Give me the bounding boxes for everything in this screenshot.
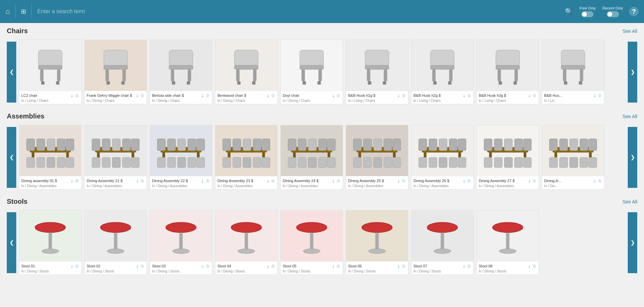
download-icon[interactable]: ↓ xyxy=(71,93,73,98)
download-icon[interactable]: ↓ xyxy=(267,263,269,269)
carousel-left-chairs[interactable]: ❮ xyxy=(7,42,16,103)
favorite-icon[interactable]: ☆ xyxy=(75,263,79,269)
list-item[interactable]: Stool 07 ↓ ☆ In / Dining / Stools xyxy=(411,210,474,275)
see-all-chairs[interactable]: See All xyxy=(622,28,637,34)
list-item[interactable]: Dining assembly 01 $ ↓ ☆ In / Dining / A… xyxy=(19,125,82,190)
list-item[interactable]: Stool 05 ↓ ☆ In / Dining / Stools xyxy=(280,210,343,275)
list-item[interactable]: Dining A... ↓ ☆ In / Din... xyxy=(542,125,604,190)
download-icon[interactable]: ↓ xyxy=(201,93,204,98)
list-item[interactable]: B&B Hus... ↓ ☆ In / Liv... xyxy=(542,40,604,104)
grid-icon[interactable]: ⊞ xyxy=(21,8,26,15)
favorite-icon[interactable]: ☆ xyxy=(336,178,341,183)
favorite-icon[interactable]: ☆ xyxy=(598,178,602,183)
download-icon[interactable]: ↓ xyxy=(71,263,73,269)
list-item[interactable]: Stool 02 ↓ ☆ In / Dining / Stools xyxy=(84,210,147,275)
download-icon[interactable]: ↓ xyxy=(267,93,269,98)
favorite-icon[interactable]: ☆ xyxy=(140,93,145,98)
download-icon[interactable]: ↓ xyxy=(528,263,531,269)
list-item[interactable]: Doyl chair ↓ ☆ In / Dining / Chairs xyxy=(280,40,343,104)
favorite-icon[interactable]: ☆ xyxy=(271,178,275,183)
carousel-left-assemblies[interactable]: ❮ xyxy=(7,127,16,188)
favorite-icon[interactable]: ☆ xyxy=(402,263,406,269)
download-icon[interactable]: ↓ xyxy=(594,93,596,98)
download-icon[interactable]: ↓ xyxy=(594,178,596,183)
favorite-icon[interactable]: ☆ xyxy=(532,93,537,98)
recent-only-toggle[interactable] xyxy=(607,11,619,17)
favorite-icon[interactable]: ☆ xyxy=(467,263,471,269)
free-only-toggle[interactable] xyxy=(581,11,594,17)
download-icon[interactable]: ↓ xyxy=(201,263,204,269)
download-icon[interactable]: ↓ xyxy=(136,93,138,98)
favorite-icon[interactable]: ☆ xyxy=(336,93,341,98)
download-icon[interactable]: ↓ xyxy=(136,178,138,183)
favorite-icon[interactable]: ☆ xyxy=(75,178,79,183)
home-icon[interactable]: ⌂ xyxy=(5,7,10,16)
list-item[interactable]: Stool 04 ↓ ☆ In / Dining / Stools xyxy=(215,210,278,275)
favorite-icon[interactable]: ☆ xyxy=(532,263,537,269)
favorite-icon[interactable]: ☆ xyxy=(402,178,406,183)
list-item[interactable]: Dining Assembly 26 $ ↓ ☆ In / Dining / A… xyxy=(411,125,474,190)
list-item[interactable]: Frank Gehry Wiggle chair $ ↓ ☆ In / Dini… xyxy=(84,40,147,104)
favorite-icon[interactable]: ☆ xyxy=(140,178,145,183)
favorite-icon[interactable]: ☆ xyxy=(206,178,210,183)
favorite-icon[interactable]: ☆ xyxy=(336,263,341,269)
list-item[interactable]: Stool 03 ↓ ☆ In / Dining / Stools xyxy=(150,210,212,275)
favorite-icon[interactable]: ☆ xyxy=(467,178,471,183)
help-icon[interactable]: ? xyxy=(629,7,639,16)
download-icon[interactable]: ↓ xyxy=(332,263,335,269)
list-item[interactable]: Stool 06 ↓ ☆ In / Dining / Stools xyxy=(346,210,408,275)
list-item[interactable]: Dining Assembly 24 $ ↓ ☆ In / Dining / A… xyxy=(280,125,343,190)
download-icon[interactable]: ↓ xyxy=(201,178,204,183)
download-icon[interactable]: ↓ xyxy=(267,178,269,183)
favorite-icon[interactable]: ☆ xyxy=(206,93,210,98)
search-icon[interactable]: 🔍 xyxy=(565,7,573,16)
svg-rect-112 xyxy=(319,139,327,151)
favorite-icon[interactable]: ☆ xyxy=(271,263,275,269)
favorite-icon[interactable]: ☆ xyxy=(75,93,79,98)
list-item[interactable]: Stool 01 ↓ ☆ In / Dining / Stools xyxy=(19,210,82,275)
download-icon[interactable]: ↓ xyxy=(463,263,465,269)
list-item[interactable]: B&B Husk h2g $ ↓ ☆ In / Living / Chairs xyxy=(411,40,474,104)
carousel-right-assemblies[interactable]: ❯ xyxy=(628,127,637,188)
download-icon[interactable]: ↓ xyxy=(332,93,335,98)
download-icon[interactable]: ↓ xyxy=(398,263,400,269)
search-input[interactable] xyxy=(37,8,274,15)
list-item[interactable]: Bentwood chair $ ↓ ☆ In / Dining / Chair… xyxy=(215,40,278,104)
card-title-row: Dining Assembly 27 $ ↓ ☆ xyxy=(479,178,537,183)
download-icon[interactable]: ↓ xyxy=(71,178,73,183)
list-item[interactable]: Stool 08 ↓ ☆ In / Dining / Stools xyxy=(476,210,539,275)
favorite-icon[interactable]: ☆ xyxy=(402,93,406,98)
list-item[interactable]: LC2 chair ↓ ☆ In / Living / Chairs xyxy=(19,40,82,104)
carousel-right-chairs[interactable]: ❯ xyxy=(628,42,637,103)
svg-point-192 xyxy=(493,222,523,233)
see-all-stools[interactable]: See All xyxy=(622,199,637,204)
favorite-icon[interactable]: ☆ xyxy=(140,263,145,269)
download-icon[interactable]: ↓ xyxy=(528,178,531,183)
carousel-right-stools[interactable]: ❯ xyxy=(628,212,637,273)
download-icon[interactable]: ↓ xyxy=(332,178,335,183)
list-item[interactable]: B&B Husk h3g $ ↓ ☆ In / Living / Chairs xyxy=(476,40,539,104)
favorite-icon[interactable]: ☆ xyxy=(467,93,471,98)
list-item[interactable]: Bertoia side chair $ ↓ ☆ In / Dining / C… xyxy=(150,40,212,104)
download-icon[interactable]: ↓ xyxy=(463,93,465,98)
carousel-left-stools[interactable]: ❮ xyxy=(7,212,16,273)
favorite-icon[interactable]: ☆ xyxy=(271,93,275,98)
favorite-icon[interactable]: ☆ xyxy=(206,263,210,269)
list-item[interactable]: Dining Assembly 22 $ ↓ ☆ In / Dining / A… xyxy=(150,125,212,190)
download-icon[interactable]: ↓ xyxy=(398,178,400,183)
list-item[interactable]: B&B Husk h1g $ ↓ ☆ In / Living / Chairs xyxy=(346,40,408,104)
svg-rect-58 xyxy=(37,139,45,151)
svg-rect-24 xyxy=(300,50,324,67)
download-icon[interactable]: ↓ xyxy=(398,93,400,98)
favorite-icon[interactable]: ☆ xyxy=(598,93,602,98)
list-item[interactable]: Dining Assembly 23 $ ↓ ☆ In / Dining / A… xyxy=(215,125,278,190)
favorite-icon[interactable]: ☆ xyxy=(532,178,537,183)
list-item[interactable]: Dining Assembly 21 $ ↓ ☆ In / Dining / A… xyxy=(84,125,147,190)
card-actions: ↓ ☆ xyxy=(332,93,341,98)
see-all-assemblies[interactable]: See All xyxy=(622,114,637,119)
download-icon[interactable]: ↓ xyxy=(136,263,138,269)
list-item[interactable]: Dining Assembly 25 $ ↓ ☆ In / Dining / A… xyxy=(346,125,408,190)
list-item[interactable]: Dining Assembly 27 $ ↓ ☆ In / Dining / A… xyxy=(476,125,539,190)
download-icon[interactable]: ↓ xyxy=(528,93,531,98)
download-icon[interactable]: ↓ xyxy=(463,178,465,183)
